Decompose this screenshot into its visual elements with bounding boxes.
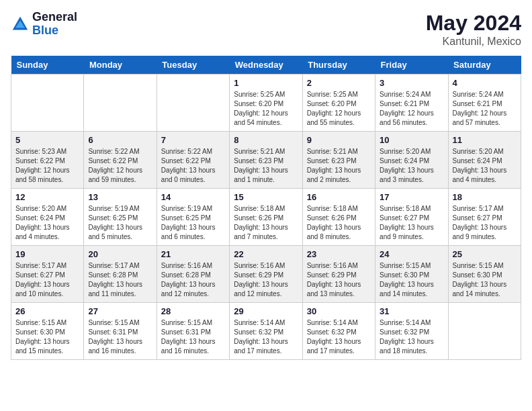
day-number: 26: [15, 306, 79, 316]
day-number: 4: [453, 78, 517, 88]
day-number: 2: [307, 78, 371, 88]
logo-line2: Blue: [32, 24, 77, 38]
calendar-day-cell: 26Sunrise: 5:15 AM Sunset: 6:30 PM Dayli…: [11, 303, 84, 360]
calendar-day-cell: 25Sunrise: 5:15 AM Sunset: 6:30 PM Dayli…: [448, 246, 521, 303]
day-info: Sunrise: 5:21 AM Sunset: 6:23 PM Dayligh…: [307, 147, 371, 185]
day-info: Sunrise: 5:19 AM Sunset: 6:25 PM Dayligh…: [161, 204, 225, 242]
weekday-header: Friday: [375, 56, 448, 75]
day-number: 30: [307, 306, 371, 316]
calendar-week-row: 26Sunrise: 5:15 AM Sunset: 6:30 PM Dayli…: [11, 303, 521, 360]
weekday-header: Wednesday: [230, 56, 302, 75]
day-info: Sunrise: 5:24 AM Sunset: 6:21 PM Dayligh…: [380, 90, 443, 128]
day-info: Sunrise: 5:15 AM Sunset: 6:30 PM Dayligh…: [15, 318, 79, 356]
day-info: Sunrise: 5:20 AM Sunset: 6:24 PM Dayligh…: [453, 147, 517, 185]
calendar-day-cell: 4Sunrise: 5:24 AM Sunset: 6:21 PM Daylig…: [448, 75, 521, 132]
day-number: 20: [88, 249, 152, 259]
day-info: Sunrise: 5:22 AM Sunset: 6:22 PM Dayligh…: [88, 147, 152, 185]
day-number: 3: [380, 78, 443, 88]
location: Kantunil, Mexico: [426, 36, 521, 48]
title-area: May 2024 Kantunil, Mexico: [426, 11, 521, 48]
calendar-day-cell: 27Sunrise: 5:15 AM Sunset: 6:31 PM Dayli…: [84, 303, 157, 360]
day-info: Sunrise: 5:22 AM Sunset: 6:22 PM Dayligh…: [161, 147, 225, 185]
calendar-day-cell: 20Sunrise: 5:17 AM Sunset: 6:28 PM Dayli…: [84, 246, 157, 303]
day-info: Sunrise: 5:15 AM Sunset: 6:31 PM Dayligh…: [88, 318, 152, 356]
day-info: Sunrise: 5:14 AM Sunset: 6:32 PM Dayligh…: [380, 318, 443, 356]
day-info: Sunrise: 5:17 AM Sunset: 6:27 PM Dayligh…: [453, 204, 517, 242]
logo-icon: [11, 15, 30, 34]
calendar-day-cell: 14Sunrise: 5:19 AM Sunset: 6:25 PM Dayli…: [157, 189, 229, 246]
calendar-day-cell: 5Sunrise: 5:23 AM Sunset: 6:22 PM Daylig…: [11, 132, 84, 189]
day-info: Sunrise: 5:25 AM Sunset: 6:20 PM Dayligh…: [307, 90, 371, 128]
day-info: Sunrise: 5:16 AM Sunset: 6:28 PM Dayligh…: [161, 261, 225, 299]
day-number: 29: [234, 306, 298, 316]
calendar-day-cell: [11, 75, 84, 132]
day-number: 19: [15, 249, 79, 259]
calendar-day-cell: 13Sunrise: 5:19 AM Sunset: 6:25 PM Dayli…: [84, 189, 157, 246]
day-number: 13: [88, 192, 152, 202]
day-info: Sunrise: 5:21 AM Sunset: 6:23 PM Dayligh…: [234, 147, 298, 185]
day-info: Sunrise: 5:16 AM Sunset: 6:29 PM Dayligh…: [234, 261, 298, 299]
day-number: 25: [453, 249, 517, 259]
calendar-week-row: 12Sunrise: 5:20 AM Sunset: 6:24 PM Dayli…: [11, 189, 521, 246]
calendar-day-cell: 1Sunrise: 5:25 AM Sunset: 6:20 PM Daylig…: [230, 75, 302, 132]
day-info: Sunrise: 5:19 AM Sunset: 6:25 PM Dayligh…: [88, 204, 152, 242]
calendar-day-cell: 23Sunrise: 5:16 AM Sunset: 6:29 PM Dayli…: [302, 246, 375, 303]
calendar-day-cell: 30Sunrise: 5:14 AM Sunset: 6:32 PM Dayli…: [302, 303, 375, 360]
calendar-day-cell: 8Sunrise: 5:21 AM Sunset: 6:23 PM Daylig…: [230, 132, 302, 189]
day-number: 14: [161, 192, 225, 202]
day-number: 28: [161, 306, 225, 316]
day-number: 24: [380, 249, 443, 259]
weekday-header: Monday: [84, 56, 157, 75]
month-year: May 2024: [426, 11, 521, 36]
day-info: Sunrise: 5:14 AM Sunset: 6:32 PM Dayligh…: [307, 318, 371, 356]
calendar-day-cell: 15Sunrise: 5:18 AM Sunset: 6:26 PM Dayli…: [230, 189, 302, 246]
day-info: Sunrise: 5:15 AM Sunset: 6:30 PM Dayligh…: [453, 261, 517, 299]
calendar-day-cell: 6Sunrise: 5:22 AM Sunset: 6:22 PM Daylig…: [84, 132, 157, 189]
day-number: 10: [380, 135, 443, 145]
day-number: 21: [161, 249, 225, 259]
day-info: Sunrise: 5:15 AM Sunset: 6:31 PM Dayligh…: [161, 318, 225, 356]
calendar-day-cell: 19Sunrise: 5:17 AM Sunset: 6:27 PM Dayli…: [11, 246, 84, 303]
day-number: 11: [453, 135, 517, 145]
calendar-week-row: 1Sunrise: 5:25 AM Sunset: 6:20 PM Daylig…: [11, 75, 521, 132]
page-header: General Blue May 2024 Kantunil, Mexico: [11, 11, 521, 48]
day-info: Sunrise: 5:16 AM Sunset: 6:29 PM Dayligh…: [307, 261, 371, 299]
logo-line1: General: [32, 11, 77, 24]
day-info: Sunrise: 5:20 AM Sunset: 6:24 PM Dayligh…: [380, 147, 443, 185]
day-number: 5: [15, 135, 79, 145]
day-number: 23: [307, 249, 371, 259]
day-info: Sunrise: 5:17 AM Sunset: 6:28 PM Dayligh…: [88, 261, 152, 299]
calendar-week-row: 5Sunrise: 5:23 AM Sunset: 6:22 PM Daylig…: [11, 132, 521, 189]
calendar-day-cell: [448, 303, 521, 360]
day-number: 17: [380, 192, 443, 202]
calendar-day-cell: 21Sunrise: 5:16 AM Sunset: 6:28 PM Dayli…: [157, 246, 229, 303]
day-number: 27: [88, 306, 152, 316]
weekday-header: Thursday: [302, 56, 375, 75]
logo: General Blue: [11, 11, 77, 38]
day-info: Sunrise: 5:24 AM Sunset: 6:21 PM Dayligh…: [453, 90, 517, 128]
weekday-header: Sunday: [11, 56, 84, 75]
calendar-day-cell: 2Sunrise: 5:25 AM Sunset: 6:20 PM Daylig…: [302, 75, 375, 132]
calendar-day-cell: 24Sunrise: 5:15 AM Sunset: 6:30 PM Dayli…: [375, 246, 448, 303]
calendar-day-cell: 18Sunrise: 5:17 AM Sunset: 6:27 PM Dayli…: [448, 189, 521, 246]
calendar-day-cell: 11Sunrise: 5:20 AM Sunset: 6:24 PM Dayli…: [448, 132, 521, 189]
day-number: 9: [307, 135, 371, 145]
calendar-day-cell: 12Sunrise: 5:20 AM Sunset: 6:24 PM Dayli…: [11, 189, 84, 246]
day-number: 6: [88, 135, 152, 145]
day-info: Sunrise: 5:14 AM Sunset: 6:32 PM Dayligh…: [234, 318, 298, 356]
day-info: Sunrise: 5:18 AM Sunset: 6:27 PM Dayligh…: [380, 204, 443, 242]
day-info: Sunrise: 5:17 AM Sunset: 6:27 PM Dayligh…: [15, 261, 79, 299]
calendar-day-cell: 10Sunrise: 5:20 AM Sunset: 6:24 PM Dayli…: [375, 132, 448, 189]
day-number: 7: [161, 135, 225, 145]
day-number: 22: [234, 249, 298, 259]
day-info: Sunrise: 5:18 AM Sunset: 6:26 PM Dayligh…: [234, 204, 298, 242]
calendar-day-cell: 3Sunrise: 5:24 AM Sunset: 6:21 PM Daylig…: [375, 75, 448, 132]
day-info: Sunrise: 5:18 AM Sunset: 6:26 PM Dayligh…: [307, 204, 371, 242]
weekday-header: Tuesday: [157, 56, 229, 75]
day-number: 15: [234, 192, 298, 202]
calendar-day-cell: [157, 75, 229, 132]
day-number: 31: [380, 306, 443, 316]
calendar-table: SundayMondayTuesdayWednesdayThursdayFrid…: [11, 56, 521, 360]
calendar-day-cell: 17Sunrise: 5:18 AM Sunset: 6:27 PM Dayli…: [375, 189, 448, 246]
day-number: 12: [15, 192, 79, 202]
